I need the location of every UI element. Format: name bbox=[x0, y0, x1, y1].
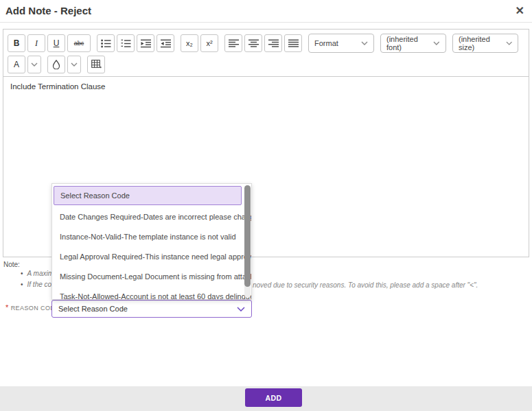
editor-toolbar: B I U abc bbox=[3, 30, 529, 73]
note-bullet-2-continued: noved due to security reasons. To avoid … bbox=[253, 281, 478, 289]
page-title: Add Note - Reject bbox=[5, 5, 91, 16]
align-justify-icon bbox=[288, 39, 299, 48]
note-bullet-2: •If the cor bbox=[21, 281, 54, 288]
reason-code-selected-value: Select Reason Code bbox=[58, 305, 128, 313]
bullet-marker: • bbox=[21, 281, 23, 288]
table-icon bbox=[91, 60, 102, 69]
text-color-button[interactable]: A bbox=[8, 56, 25, 73]
align-left-button[interactable] bbox=[224, 34, 242, 52]
strikethrough-button[interactable]: abc bbox=[67, 34, 91, 52]
chevron-down-icon bbox=[71, 62, 78, 67]
notes-label: Note: bbox=[3, 261, 20, 268]
droplet-icon bbox=[52, 60, 60, 69]
dropdown-option[interactable]: Task-Not-Allowed-Account is not at least… bbox=[52, 287, 251, 300]
dropdown-option[interactable]: Date Changes Required-Dates are incorrec… bbox=[52, 207, 251, 227]
indent-icon bbox=[141, 39, 151, 48]
superscript-button[interactable]: x² bbox=[200, 34, 218, 52]
add-button[interactable]: ADD bbox=[245, 388, 302, 407]
chevron-down-icon bbox=[433, 41, 440, 45]
background-color-chevron-button[interactable] bbox=[67, 56, 81, 73]
text-color-chevron-button[interactable] bbox=[27, 56, 41, 73]
close-icon[interactable]: ✕ bbox=[516, 4, 524, 17]
align-right-icon bbox=[268, 39, 279, 48]
format-select[interactable]: Format bbox=[308, 34, 374, 53]
numbered-list-icon bbox=[121, 39, 131, 48]
editor-text: Include Termination Clause bbox=[10, 82, 106, 91]
italic-button[interactable]: I bbox=[27, 34, 45, 52]
bold-button[interactable]: B bbox=[8, 34, 25, 52]
indent-button[interactable] bbox=[137, 34, 154, 52]
align-right-button[interactable] bbox=[264, 34, 282, 52]
align-center-button[interactable] bbox=[244, 34, 262, 52]
bullet-list-button[interactable] bbox=[97, 34, 115, 52]
chevron-down-icon bbox=[361, 41, 368, 45]
modal-footer: ADD bbox=[0, 386, 532, 411]
chevron-down-icon bbox=[31, 62, 38, 67]
dropdown-option-selected[interactable]: Select Reason Code bbox=[54, 186, 242, 205]
align-justify-button[interactable] bbox=[284, 34, 302, 52]
header-divider bbox=[0, 22, 532, 23]
dropdown-scrollbar[interactable] bbox=[244, 185, 251, 298]
underline-button[interactable]: U bbox=[47, 34, 65, 52]
dropdown-option[interactable]: Legal Approval Required-This instance ne… bbox=[52, 247, 251, 267]
required-asterisk: * bbox=[5, 303, 9, 312]
bullet-marker: • bbox=[21, 270, 23, 277]
add-note-reject-modal: Add Note - Reject ✕ B I U abc bbox=[0, 0, 532, 411]
subscript-button[interactable]: x₂ bbox=[181, 34, 198, 52]
reason-code-dropdown: Select Reason Code Date Changes Required… bbox=[51, 183, 252, 300]
numbered-list-button[interactable] bbox=[117, 34, 135, 52]
scrollbar-thumb[interactable] bbox=[244, 185, 251, 287]
dropdown-option[interactable]: Instance-Not-Valid-The template instance… bbox=[52, 227, 251, 247]
insert-table-button[interactable] bbox=[87, 56, 105, 73]
align-center-icon bbox=[248, 39, 259, 48]
size-select[interactable]: (inherited size) bbox=[452, 34, 518, 53]
chevron-down-icon bbox=[506, 41, 513, 45]
reason-code-select[interactable]: Select Reason Code bbox=[51, 300, 252, 318]
note-bullet-1: •A maxim bbox=[21, 270, 54, 277]
bullet-list-icon bbox=[101, 39, 111, 48]
font-select[interactable]: (inherited font) bbox=[380, 34, 446, 53]
dropdown-option[interactable]: Missing Document-Legal Document is missi… bbox=[52, 267, 251, 287]
align-left-icon bbox=[229, 39, 239, 48]
background-color-button[interactable] bbox=[47, 56, 65, 73]
outdent-icon bbox=[161, 39, 171, 48]
chevron-down-icon bbox=[237, 307, 245, 312]
outdent-button[interactable] bbox=[157, 34, 174, 52]
